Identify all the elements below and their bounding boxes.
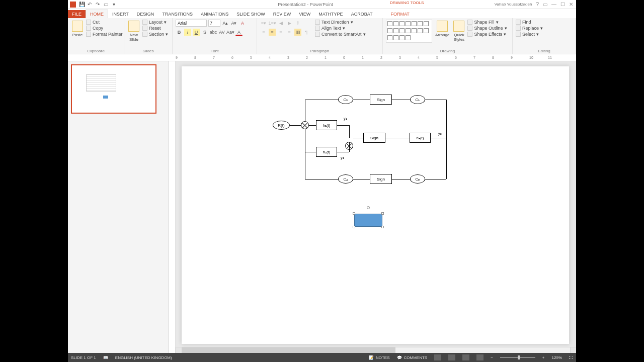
slide-counter[interactable]: SLIDE 1 OF 1 (71, 355, 96, 360)
indent-button[interactable]: ▶ (286, 20, 293, 27)
node-c2[interactable]: C₂ (338, 95, 353, 104)
spacing-button[interactable]: AV (218, 29, 225, 36)
shape-thumb[interactable] (399, 28, 405, 33)
resize-handle[interactable] (381, 212, 384, 215)
shape-thumb[interactable] (406, 28, 411, 33)
tab-review[interactable]: REVIEW (269, 10, 295, 18)
underline-button[interactable]: U (193, 29, 200, 36)
numbering-button[interactable]: 1≡▾ (269, 20, 276, 27)
shape-effects-button[interactable]: Shape Effects▾ (467, 32, 507, 37)
node-c3[interactable]: C₃ (410, 174, 425, 184)
notes-button[interactable]: 📝 NOTES (369, 355, 390, 360)
shrink-font-button[interactable]: A▾ (230, 20, 237, 27)
shadow-button[interactable]: S (201, 29, 208, 36)
fit-window-button[interactable]: ⛶ (569, 355, 573, 360)
paste-button[interactable]: Paste (71, 20, 84, 38)
strike-button[interactable]: abc (210, 29, 217, 36)
normal-view-button[interactable] (434, 354, 441, 360)
start-slideshow-icon[interactable]: ▭ (103, 2, 108, 7)
tab-format[interactable]: FORMAT (386, 10, 413, 18)
shape-thumb[interactable] (393, 28, 398, 33)
slide-canvas[interactable]: C₂ Sign C₁ R(t) h₁(t) y₁ (176, 61, 576, 353)
text-direction-button[interactable]: Text Direction▾ (315, 20, 366, 25)
ribbon-collapse-icon[interactable]: ▭ (543, 2, 547, 7)
arrange-button[interactable]: Arrange (434, 20, 450, 38)
align-text-button[interactable]: Align Text▾ (315, 26, 366, 31)
shapes-gallery[interactable] (386, 20, 432, 43)
quick-styles-button[interactable]: Quick Styles (452, 20, 465, 43)
shape-thumb[interactable] (418, 21, 423, 26)
zoom-slider[interactable] (500, 357, 535, 358)
minimize-icon[interactable]: — (551, 2, 556, 7)
shape-thumb[interactable] (393, 21, 398, 26)
scroll-track[interactable] (182, 347, 570, 353)
shape-thumb[interactable] (412, 21, 417, 26)
redo-icon[interactable]: ↷ (95, 2, 100, 7)
node-c1[interactable]: C₁ (410, 95, 425, 104)
help-icon[interactable]: ? (536, 2, 539, 7)
tab-home[interactable]: HOME (86, 10, 108, 18)
slide-thumbnail-1[interactable] (71, 64, 156, 114)
shape-thumb[interactable] (406, 21, 411, 26)
user-name[interactable]: Vahab Youssofzadeh (495, 2, 533, 7)
tab-mathtype[interactable]: MathType (314, 10, 347, 18)
shape-thumb[interactable] (393, 35, 398, 40)
node-h1[interactable]: h₁(t) (316, 120, 337, 130)
cut-button[interactable]: Cut (86, 20, 123, 25)
scroll-thumb[interactable] (182, 347, 395, 353)
scroll-right-button[interactable] (570, 347, 576, 353)
tab-insert[interactable]: INSERT (108, 10, 133, 18)
node-sign-bot[interactable]: Sign (370, 174, 392, 184)
shape-thumb[interactable] (387, 28, 392, 33)
tab-view[interactable]: VIEW (295, 10, 314, 18)
node-r[interactable]: R(t) (273, 121, 290, 130)
tab-design[interactable]: DESIGN (133, 10, 158, 18)
resize-handle[interactable] (353, 226, 355, 228)
reset-button[interactable]: Reset (142, 26, 168, 31)
resize-handle[interactable] (353, 212, 355, 215)
spellcheck-icon[interactable]: 📖 (103, 355, 108, 360)
shape-thumb[interactable] (399, 35, 405, 40)
shape-fill-button[interactable]: Shape Fill▾ (467, 20, 507, 25)
ltr-button[interactable]: ¶ (303, 29, 310, 36)
tab-transitions[interactable]: TRANSITIONS (158, 10, 197, 18)
resize-handle[interactable] (381, 226, 384, 228)
align-left-button[interactable]: ≡ (260, 29, 267, 36)
undo-icon[interactable]: ↶ (87, 2, 92, 7)
section-button[interactable]: Section▾ (142, 32, 168, 37)
font-name-input[interactable] (176, 20, 207, 27)
shape-thumb[interactable] (406, 35, 411, 40)
shape-thumb[interactable] (412, 28, 417, 33)
justify-button[interactable]: ≡ (286, 29, 293, 36)
shape-thumb[interactable] (387, 21, 392, 26)
save-icon[interactable]: 💾 (79, 2, 84, 7)
zoom-in-button[interactable]: + (542, 355, 545, 360)
copy-button[interactable]: Copy (86, 26, 123, 31)
grow-font-button[interactable]: A▴ (222, 20, 229, 27)
selected-shape[interactable] (354, 214, 382, 227)
tab-animations[interactable]: ANIMATIONS (197, 10, 232, 18)
qat-more-icon[interactable]: ▾ (111, 2, 116, 7)
zoom-out-button[interactable]: − (491, 355, 493, 360)
find-button[interactable]: Find (516, 20, 543, 25)
case-button[interactable]: Aa▾ (227, 29, 234, 36)
node-h3[interactable]: h₃(t) (410, 133, 431, 143)
bold-button[interactable]: B (176, 29, 183, 36)
slide-1[interactable]: C₂ Sign C₁ R(t) h₁(t) y₁ (182, 66, 569, 344)
select-button[interactable]: Select▾ (516, 32, 543, 37)
zoom-level[interactable]: 125% (552, 355, 562, 360)
smartart-button[interactable]: Convert to SmartArt▾ (315, 32, 366, 37)
bullets-button[interactable]: ≡▾ (260, 20, 267, 27)
sorter-view-button[interactable] (448, 354, 455, 360)
tab-acrobat[interactable]: ACROBAT (347, 10, 377, 18)
columns-button[interactable]: ▥ (294, 29, 301, 36)
horizontal-scrollbar[interactable] (176, 347, 576, 353)
node-c4[interactable]: C₄ (338, 174, 353, 184)
clear-format-button[interactable]: A (239, 20, 246, 27)
align-center-button[interactable]: ≡ (269, 29, 276, 36)
node-h2[interactable]: h₂(t) (316, 147, 337, 157)
linespacing-button[interactable]: ‡ (294, 20, 301, 27)
shape-thumb[interactable] (418, 28, 423, 33)
scroll-left-button[interactable] (176, 347, 182, 353)
rotation-handle[interactable] (367, 206, 370, 209)
